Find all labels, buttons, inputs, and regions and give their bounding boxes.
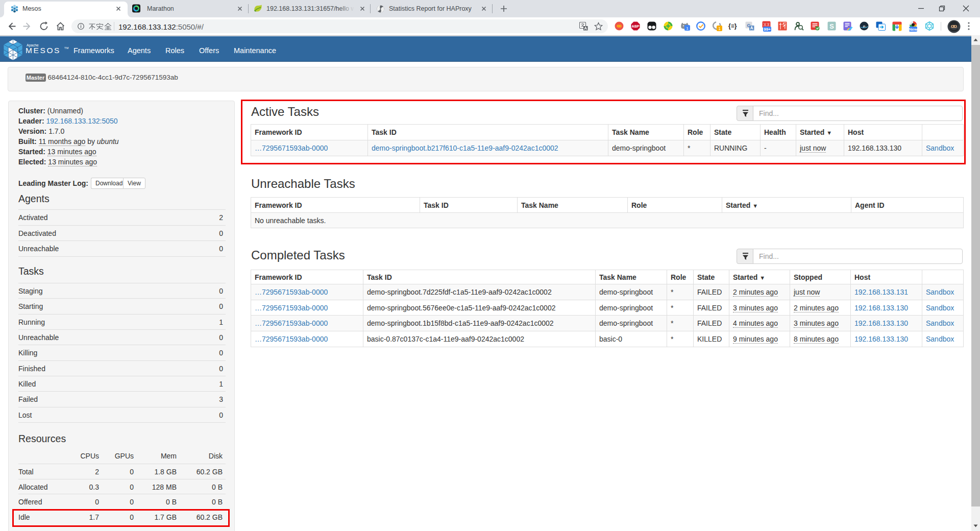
svg-text:S: S [829,22,834,30]
svg-text:e: e [863,23,866,29]
svg-text:ABP: ABP [632,25,640,28]
svg-text:99+: 99+ [764,27,771,32]
svg-text:1: 1 [718,26,721,31]
svg-text:1: 1 [686,26,689,31]
svg-text:New: New [909,27,918,32]
